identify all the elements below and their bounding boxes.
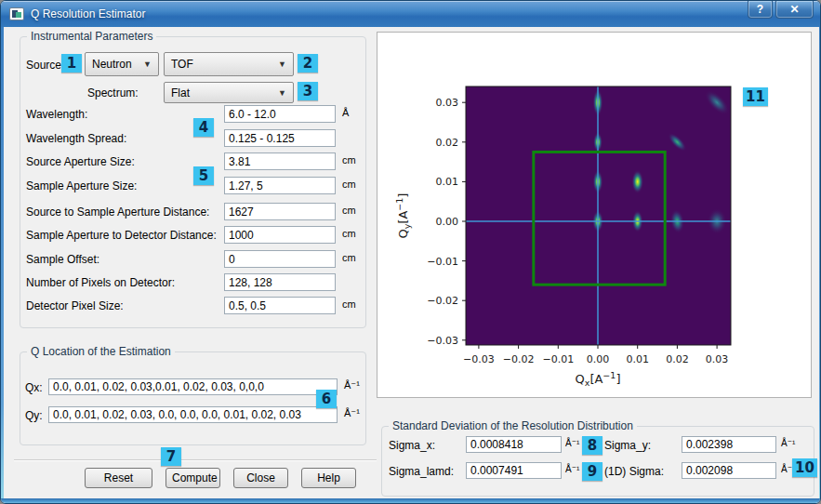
x-tick-label: −0.03 [463,353,495,365]
annotation-badge-8: 8 [582,436,603,455]
chevron-down-icon: ▼ [143,60,152,69]
source-label: Source: [26,59,64,72]
source-type-combobox[interactable]: TOF ▼ [164,52,294,76]
button-separator [14,459,377,461]
close-icon[interactable]: ✕ [775,1,814,19]
detector-pixel-size-unit: cm [342,298,356,310]
sigma-x-label: Sigma_x: [389,439,435,452]
sigma-y-input[interactable] [682,436,776,453]
sample-aperture-size-input[interactable] [224,177,336,194]
annotation-badge-10: 10 [792,458,817,477]
sample-aperture-size-label: Sample Aperture Size: [26,179,137,192]
spectrum-label: Spectrum: [87,86,139,99]
y-tick-label: −0.03 [427,335,458,347]
sample-to-detector-distance-label: Sample Aperture to Detector Distance: [26,229,217,242]
wavelength-label: Wavelength: [26,108,87,121]
x-tick-label: −0.02 [503,353,535,365]
q-location-group [20,351,366,445]
source-aperture-size-unit: cm [342,154,356,166]
y-tick-label: 0.02 [436,137,459,149]
chevron-down-icon: ▼ [278,60,286,69]
source-combobox[interactable]: Neutron ▼ [85,52,159,76]
y-tick-label: 0.01 [436,176,459,188]
x-tick-label: 0.03 [706,353,729,365]
y-tick-label: 0.00 [436,216,459,228]
y-axis-label: Qy[A−1] [394,193,412,239]
reset-button[interactable]: Reset [85,468,152,488]
window-border-bottom [1,498,821,504]
close-button[interactable]: Close [233,468,288,488]
x-tick-label: −0.01 [542,353,574,365]
detector-pixel-size-input[interactable] [224,297,336,314]
x-tick-label: 0.01 [626,353,649,365]
qx-input[interactable] [48,378,338,395]
source-to-sample-distance-input[interactable] [224,203,336,220]
sigma-1d-label: (1D) Sigma: [604,465,664,478]
source-type-combobox-value: TOF [171,58,193,71]
dialog-window: Q Resolution Estimator ? ✕ Instrumental … [0,0,821,504]
source-to-sample-distance-unit: cm [342,205,356,216]
sigma-lamd-input[interactable] [466,462,562,479]
compute-button[interactable]: Compute [166,468,220,488]
q-location-title: Q Location of the Estimation [27,345,175,358]
x-tick-label: 0.00 [587,353,610,365]
sigma-x-unit: Å⁻¹ [565,438,579,448]
wavelength-spread-label: Wavelength Spread: [26,132,126,145]
source-combobox-value: Neutron [92,58,132,71]
help-button[interactable]: Help [301,468,356,488]
annotation-badge-3: 3 [298,82,318,100]
sigma-x-input[interactable] [466,436,562,453]
wavelength-input[interactable] [224,105,336,123]
window-title: Q Resolution Estimator [31,7,145,20]
wavelength-spread-input[interactable] [224,129,336,147]
instrumental-parameters-title: Instrumental Parameters [27,30,156,43]
qy-label: Qy: [25,409,43,422]
annotation-badge-5: 5 [193,166,214,185]
qy-input[interactable] [48,406,338,423]
annotation-badge-7: 7 [161,447,181,466]
sigma-group-title: Standard Deviation of the Resolution Dis… [389,419,637,432]
resolution-blob [631,169,643,193]
x-axis-label: Qx[A−1] [576,370,621,388]
annotation-badge-11: 11 [743,87,768,106]
sigma-lamd-label: Sigma_lamd: [389,465,454,478]
annotation-badge-1: 1 [61,54,82,73]
sample-offset-label: Sample Offset: [26,253,99,266]
spectrum-combobox-value: Flat [171,86,190,99]
sample-offset-input[interactable] [224,250,336,268]
sample-aperture-size-unit: cm [342,179,356,190]
qy-unit: Å⁻¹ [344,407,360,419]
qx-label: Qx: [25,381,43,394]
sigma-lamd-unit: Å⁻¹ [565,464,579,474]
app-icon [9,7,24,20]
wavelength-unit: Å [342,107,349,118]
annotation-badge-9: 9 [582,462,603,481]
qx-unit: Å⁻¹ [344,379,360,391]
sample-to-detector-distance-input[interactable] [224,226,336,244]
detector-pixels-input[interactable] [224,273,336,291]
title-bar[interactable]: Q Resolution Estimator ? ✕ [1,1,821,27]
chevron-down-icon: ▼ [278,88,286,98]
annotation-badge-2: 2 [298,54,318,73]
x-tick-label: 0.02 [666,353,689,365]
y-tick-label: −0.02 [427,295,458,307]
spectrum-combobox[interactable]: Flat ▼ [164,82,294,103]
y-tick-label: 0.03 [436,97,459,109]
source-aperture-size-label: Source Aperture Size: [26,155,135,168]
annotation-badge-4: 4 [193,118,214,137]
detector-pixels-label: Number of Pixels on Detector: [26,276,175,289]
sigma-y-unit: Å⁻¹ [781,438,795,448]
y-tick-label: −0.01 [427,256,458,268]
source-to-sample-distance-label: Source to Sample Aperture Distance: [26,206,209,219]
sigma-1d-input[interactable] [682,462,776,479]
titlebar-help-button[interactable]: ? [748,1,773,19]
sample-to-detector-distance-unit: cm [342,228,356,239]
sigma-y-label: Sigma_y: [604,439,651,452]
annotation-badge-6: 6 [316,390,337,408]
source-aperture-size-input[interactable] [224,153,336,170]
sample-offset-unit: cm [342,252,356,263]
detector-pixel-size-label: Detector Pixel Size: [26,299,124,312]
